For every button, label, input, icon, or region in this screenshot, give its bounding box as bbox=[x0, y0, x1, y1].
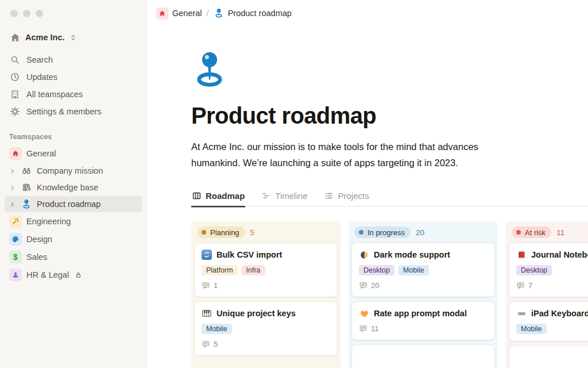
board-icon bbox=[192, 191, 202, 201]
comment-count: 11 bbox=[371, 324, 379, 333]
breadcrumb-item-general[interactable]: General bbox=[156, 7, 202, 20]
comment-icon bbox=[202, 340, 210, 348]
status-badge[interactable]: At risk bbox=[512, 227, 551, 238]
card-comments: 20 bbox=[359, 281, 488, 290]
card-title: Dark mode support bbox=[374, 250, 450, 259]
window-zoom-button[interactable] bbox=[36, 10, 43, 17]
card-comments: 11 bbox=[359, 324, 488, 333]
card-journal-notebook[interactable]: Journal Notebook Desktop 7 bbox=[509, 243, 588, 297]
column-count: 20 bbox=[416, 228, 424, 237]
status-label: In progress bbox=[368, 228, 405, 237]
topbar: General / Product roadmap bbox=[147, 0, 588, 26]
person-icon bbox=[9, 269, 22, 281]
orange-heart-icon bbox=[359, 308, 369, 319]
kanban-board: Planning 5 Bulk CSV import Platform Infr… bbox=[191, 221, 588, 368]
card-title: Unique project keys bbox=[216, 309, 296, 318]
sidebar-item-sales[interactable]: $ Sales bbox=[5, 248, 142, 266]
sidebar-item-label: HR & Legal bbox=[26, 270, 69, 279]
status-badge[interactable]: Planning bbox=[197, 227, 245, 238]
breadcrumb-item-product-roadmap[interactable]: Product roadmap bbox=[214, 8, 292, 18]
tag[interactable]: Desktop bbox=[516, 265, 552, 275]
card-ipad-keyboard[interactable]: iPad Keyboard Mobile bbox=[509, 302, 588, 341]
card-partial[interactable] bbox=[352, 345, 494, 368]
sidebar-item-engineering[interactable]: Engineering bbox=[5, 213, 142, 230]
pin-icon bbox=[214, 8, 224, 18]
sidebar-item-updates[interactable]: Updates bbox=[5, 68, 142, 86]
sidebar-item-product-roadmap[interactable]: Product roadmap bbox=[5, 196, 142, 212]
sidebar-item-settings-members[interactable]: Settings & members bbox=[5, 103, 142, 120]
comment-icon bbox=[359, 281, 368, 290]
chevron-right-icon[interactable] bbox=[9, 185, 16, 191]
card-title: iPad Keyboard bbox=[531, 309, 588, 318]
card-partial[interactable] bbox=[509, 346, 588, 368]
pin-icon[interactable] bbox=[191, 50, 228, 89]
tag[interactable]: Infra bbox=[242, 265, 265, 275]
home-icon bbox=[156, 7, 168, 20]
workspace-name: Acme Inc. bbox=[25, 33, 65, 42]
breadcrumb-label: General bbox=[172, 9, 202, 18]
tab-timeline[interactable]: Timeline bbox=[261, 191, 308, 206]
piano-icon bbox=[202, 308, 212, 319]
status-dot-icon bbox=[516, 230, 521, 235]
window-minimize-button[interactable] bbox=[23, 10, 30, 17]
comment-count: 20 bbox=[371, 281, 379, 290]
card-title-row: Bulk CSV import bbox=[202, 250, 330, 260]
status-dot-icon bbox=[202, 230, 206, 235]
tab-roadmap[interactable]: Roadmap bbox=[191, 191, 245, 206]
card-bulk-csv-import[interactable]: Bulk CSV import Platform Infra 1 bbox=[195, 243, 337, 297]
card-comments: 5 bbox=[202, 340, 330, 348]
workspace-switcher[interactable]: Acme Inc. bbox=[5, 29, 142, 45]
sidebar-item-hr-legal[interactable]: HR & Legal bbox=[5, 266, 142, 283]
tab-projects[interactable]: Projects bbox=[323, 191, 369, 206]
card-comments: 7 bbox=[516, 281, 588, 290]
card-title: Bulk CSV import bbox=[216, 250, 282, 259]
comment-icon bbox=[516, 281, 525, 290]
wrench-icon bbox=[9, 215, 22, 228]
sidebar-item-all-teamspaces[interactable]: All teamspaces bbox=[5, 86, 142, 103]
keyboard-icon bbox=[516, 308, 527, 319]
card-unique-project-keys[interactable]: Unique project keys Mobile 5 bbox=[195, 302, 337, 355]
card-title: Rate app prompt modal bbox=[374, 309, 467, 318]
teamspaces-section-label: Teamspaces bbox=[9, 133, 137, 141]
comment-icon bbox=[359, 324, 368, 333]
tag[interactable]: Mobile bbox=[202, 324, 232, 334]
board-column-at-risk: At risk 11 Journal Notebook Desktop bbox=[506, 221, 588, 368]
column-count: 5 bbox=[250, 228, 255, 237]
comment-count: 1 bbox=[214, 281, 218, 290]
chevron-right-icon[interactable] bbox=[9, 168, 16, 174]
sidebar-item-general[interactable]: General bbox=[5, 145, 142, 162]
tag[interactable]: Mobile bbox=[516, 324, 547, 334]
card-tags: Desktop bbox=[516, 265, 588, 275]
sidebar-item-label: Sales bbox=[26, 252, 47, 262]
card-rate-app-prompt-modal[interactable]: Rate app prompt modal 11 bbox=[352, 302, 494, 340]
breadcrumb-label: Product roadmap bbox=[228, 9, 292, 18]
sidebar-item-label: All teamspaces bbox=[26, 90, 83, 99]
card-dark-mode-support[interactable]: Dark mode support Desktop Mobile 20 bbox=[352, 243, 494, 297]
tab-label: Roadmap bbox=[206, 191, 245, 201]
page-title: Product roadmap bbox=[191, 103, 588, 129]
sidebar-item-label: Product roadmap bbox=[37, 200, 100, 209]
window-controls[interactable] bbox=[0, 10, 146, 29]
chevron-right-icon[interactable] bbox=[9, 201, 16, 208]
comment-count: 5 bbox=[214, 340, 218, 348]
tag[interactable]: Platform bbox=[202, 265, 238, 275]
window-close-button[interactable] bbox=[10, 10, 18, 17]
sidebar-item-knowledge-base[interactable]: Knowledge base bbox=[5, 179, 142, 195]
sidebar-item-label: Company mission bbox=[37, 166, 103, 175]
card-tags: Platform Infra bbox=[202, 265, 330, 275]
sidebar-item-label: Settings & members bbox=[26, 107, 102, 116]
chevron-updown-icon bbox=[69, 34, 77, 41]
sidebar-item-design[interactable]: Design bbox=[5, 231, 142, 248]
sidebar-item-search[interactable]: Search bbox=[5, 51, 142, 68]
tag[interactable]: Desktop bbox=[359, 265, 394, 275]
status-badge[interactable]: In progress bbox=[354, 227, 411, 238]
tab-label: Projects bbox=[338, 191, 369, 201]
half-moon-icon bbox=[359, 250, 369, 260]
comment-icon bbox=[202, 281, 210, 290]
card-title-row: Unique project keys bbox=[202, 308, 330, 319]
sidebar-item-company-mission[interactable]: Company mission bbox=[5, 163, 142, 179]
tag[interactable]: Mobile bbox=[399, 265, 429, 275]
card-title-row: Dark mode support bbox=[359, 250, 488, 260]
sync-icon bbox=[202, 250, 212, 260]
sidebar-item-label: Search bbox=[26, 55, 53, 64]
